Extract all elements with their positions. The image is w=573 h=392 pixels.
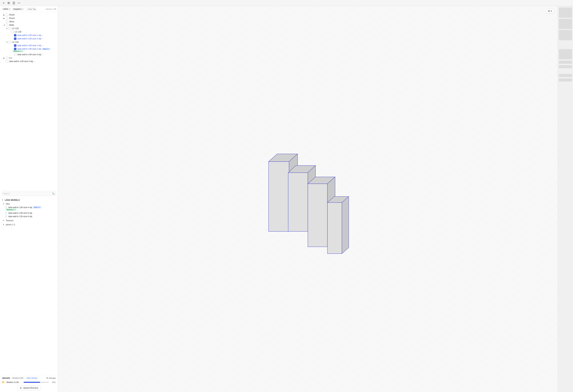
- tag-lada[interactable]: LÅDA ×: [2, 8, 11, 10]
- search-icon: 🔍: [52, 192, 54, 195]
- checkbox-lada-wall-lc-140-size-2[interactable]: [14, 48, 16, 50]
- badge-material1[interactable]: Material 1 ×: [12, 50, 24, 52]
- checkbox-skins[interactable]: [6, 20, 8, 23]
- models-header[interactable]: ▼ LÅDA MODELS: [0, 198, 58, 202]
- upload-name: Models v1.89: [6, 381, 22, 383]
- tree-item-lc140[interactable]: ▼ LC-140: [0, 40, 58, 44]
- progress-pct: 65%: [51, 381, 56, 383]
- edit-icon-lada-wall-lc-130-size-2[interactable]: ✏: [42, 38, 44, 40]
- checkbox-lada-wall-lc-130-size-3[interactable]: [6, 60, 8, 63]
- badge-size2[interactable]: Size 2 ×: [42, 48, 50, 50]
- model-file-lada-wall-lc-130-size-4[interactable]: 📄 lada-wall-lc-130-size-4.obj Size 2 × M…: [0, 206, 58, 211]
- models-subgroup-header-textures[interactable]: ▼ Textures: [0, 219, 58, 222]
- document-icon[interactable]: [12, 1, 15, 5]
- edit-icon-lada-wall-lc-130-size-1[interactable]: ✏: [42, 34, 44, 36]
- obj-chevron: ▼: [3, 203, 4, 205]
- tree-section: ▶ Roofs ▶ Floors ▶ Skins ▼ Walls: [0, 12, 58, 190]
- label-lada-wall-lc-140-size-1[interactable]: lada-wall-lc-140-size-1.obj: [18, 44, 41, 47]
- label-lc120: LC-120: [12, 27, 18, 30]
- thumb-wide-3: [559, 74, 572, 77]
- tree-item-roofs[interactable]: ▶ Roofs: [0, 13, 58, 17]
- label-skins: Skins: [9, 20, 14, 23]
- edit-icon-lada-wall-lc-140-size-3[interactable]: ✏: [42, 53, 44, 56]
- checkbox-lada-wall-lc-140-size-3[interactable]: [14, 53, 16, 56]
- label-0-1: 0-1: [9, 57, 12, 59]
- models-subgroup-header-parent-1-2[interactable]: ▼ parent 1-2: [0, 223, 58, 226]
- checkbox-lada-wall-lc-140-size-1[interactable]: [14, 44, 16, 47]
- models-chevron: ▼: [2, 199, 3, 201]
- file-icon-2: 📄: [5, 212, 7, 214]
- tree-item-walls[interactable]: ▼ Walls: [0, 23, 58, 27]
- tree-item-floors[interactable]: ▶ Floors: [0, 17, 58, 20]
- uploads-title: Uploads: [2, 377, 10, 379]
- textures-chevron: ▼: [3, 220, 4, 222]
- tag-suppliers[interactable]: Suppliers ×: [12, 8, 24, 10]
- edit-icon-lada-wall-lc-130-size-3[interactable]: ✏: [34, 60, 36, 63]
- checkbox-0-1[interactable]: [6, 57, 8, 59]
- tree-item-0-1[interactable]: ▶ 0-1: [0, 56, 58, 60]
- thumb-wide-1: [559, 61, 572, 64]
- label-walls: Walls: [9, 24, 14, 26]
- arrow-floors: ▶: [3, 17, 6, 19]
- label-lada-wall-lc-130-size-2[interactable]: lada-wall-lc-130-size-2.obj: [18, 37, 41, 40]
- tag-suppliers-close[interactable]: ×: [22, 8, 23, 10]
- tag-lada-close[interactable]: ×: [9, 8, 10, 10]
- model-badge-size2[interactable]: Size 2 ×: [33, 206, 41, 208]
- checkbox-lc120[interactable]: [9, 27, 11, 30]
- manage-icon: [46, 377, 48, 379]
- view-mode-label: 3D: [548, 10, 550, 12]
- label-lada-wall-lc-130-size-3: lada-wall-lc-130-size-3.obj: [9, 60, 33, 63]
- checkbox-lc130[interactable]: [11, 31, 14, 33]
- arrow-walls: ▼: [3, 24, 6, 26]
- tree-item-lc120[interactable]: ▼ LC-120: [0, 27, 58, 30]
- models-subgroup-header-obj[interactable]: ▼ OBJ: [0, 202, 58, 206]
- view-mode-button[interactable]: 3D ▾: [546, 9, 554, 13]
- upload-directory-button[interactable]: Upload Directory: [17, 386, 41, 390]
- checkbox-lada-wall-lc-130-size-1[interactable]: [14, 34, 16, 36]
- version-label: Version 1.89: [46, 8, 56, 10]
- label-lc130: LC-130: [15, 31, 21, 33]
- tree-item-lada-wall-lc-140-size-1[interactable]: ▶ lada-wall-lc-140-size-1.obj ✏: [0, 44, 58, 47]
- checkbox-floors[interactable]: [6, 17, 8, 19]
- upload-icon: [20, 387, 22, 389]
- search-input[interactable]: [3, 192, 52, 195]
- label-floors: Floors: [9, 17, 15, 19]
- model-file-lada-wall-lc-130-size-6[interactable]: 📄 lada-wall-lc-130-size-6.obj: [0, 215, 58, 218]
- code-icon[interactable]: </>: [18, 1, 20, 5]
- progress-bar-container: [23, 382, 49, 383]
- tree-item-skins[interactable]: ▶ Skins: [0, 20, 58, 23]
- new-version-button[interactable]: + New Version: [25, 377, 37, 379]
- svg-point-1: [47, 377, 48, 379]
- new-tag-button[interactable]: + New Tag: [25, 7, 37, 11]
- thumb-2: [559, 19, 572, 29]
- checkbox-walls[interactable]: [6, 24, 8, 26]
- tree-item-lada-wall-lc-130-size-3[interactable]: ▶ lada-wall-lc-130-size-3.obj ✏: [0, 60, 58, 63]
- svg-marker-12: [327, 203, 342, 254]
- search-wrapper: 🔍: [2, 192, 56, 196]
- checkbox-lada-wall-lc-130-size-2[interactable]: [14, 37, 16, 40]
- file-name-lada-wall-lc-130-size-6: lada-wall-lc-130-size-6.obj: [8, 215, 32, 218]
- models-section: ▼ LÅDA MODELS ▼ OBJ 📄 lada-wall-lc-130-s…: [0, 197, 58, 375]
- cube-icon[interactable]: [7, 1, 10, 5]
- tree-item-lc130[interactable]: ▶ LC-130: [0, 30, 58, 34]
- edit-icon-lada-wall-lc-140-size-1[interactable]: ✏: [42, 45, 44, 47]
- settings-icon[interactable]: ⚙: [2, 1, 5, 5]
- checkbox-roofs[interactable]: [6, 14, 8, 16]
- thumb-3: [559, 30, 572, 40]
- tree-item-lada-wall-lc-130-size-2[interactable]: ▶ lada-wall-lc-130-size-2.obj ✏: [0, 37, 58, 40]
- tree-item-lada-wall-lc-140-size-3[interactable]: ▶ lada-wall-lc-140-size-3.obj ✏: [0, 53, 58, 56]
- svg-marker-3: [269, 162, 289, 231]
- label-lada-wall-lc-130-size-1[interactable]: lada-wall-lc-130-size-1.obj: [18, 34, 41, 36]
- view-controls: 3D ▾: [546, 9, 554, 13]
- models-header-label: LÅDA MODELS: [5, 199, 20, 201]
- checkbox-lc140[interactable]: [9, 41, 11, 43]
- uploads-version-badge: Version 1.89: [11, 377, 24, 379]
- model-file-lada-wall-lc-130-size-5[interactable]: 📄 lada-wall-lc-130-size-5.obj: [0, 211, 58, 215]
- label-lada-wall-lc-140-size-2[interactable]: lada-wall-lc-140-size-2.obj: [18, 48, 41, 50]
- tags-bar: LÅDA × Suppliers × + New Tag Version 1.8…: [0, 6, 58, 12]
- model-badge-material1[interactable]: Material 1 ×: [5, 209, 17, 211]
- label-roofs: Roofs: [9, 14, 15, 16]
- tree-item-lada-wall-lc-130-size-1[interactable]: ▶ lada-wall-lc-130-size-1.obj ✏: [0, 34, 58, 37]
- manage-button[interactable]: Manage: [46, 377, 56, 379]
- tree-item-lada-wall-lc-140-size-2[interactable]: ▶ lada-wall-lc-140-size-2.obj Size 2 × M…: [0, 47, 58, 53]
